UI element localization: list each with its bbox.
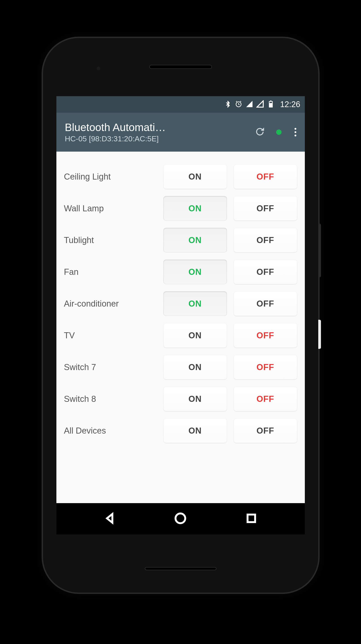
device-label: Tublight xyxy=(64,236,163,245)
off-button[interactable]: OFF xyxy=(234,260,297,284)
device-label: Fan xyxy=(64,267,163,277)
device-label: Switch 7 xyxy=(64,362,163,372)
on-button[interactable]: ON xyxy=(163,228,227,252)
off-button[interactable]: OFF xyxy=(234,291,297,316)
device-label: TV xyxy=(64,331,163,340)
svg-rect-5 xyxy=(247,514,255,522)
device-label: Switch 8 xyxy=(64,394,163,404)
front-camera xyxy=(97,67,100,70)
refresh-icon[interactable] xyxy=(254,126,265,138)
off-button[interactable]: OFF xyxy=(234,164,297,189)
nav-home-icon[interactable] xyxy=(174,512,187,526)
navigation-bar xyxy=(56,503,305,534)
device-label: Air-conditioner xyxy=(64,299,163,308)
app-bar-actions xyxy=(250,126,298,138)
alarm-icon xyxy=(235,100,242,109)
off-button[interactable]: OFF xyxy=(234,386,297,411)
device-label: Wall Lamp xyxy=(64,204,163,213)
power-button xyxy=(318,320,321,349)
device-row: FanONOFF xyxy=(64,260,297,284)
device-row: Switch 7ONOFF xyxy=(64,355,297,380)
app-subtitle: HC-05 [98:D3:31:20:AC:5E] xyxy=(65,134,250,143)
app-bar: Bluetooth Automati… HC-05 [98:D3:31:20:A… xyxy=(56,113,305,152)
off-button[interactable]: OFF xyxy=(234,228,297,252)
status-time: 12:26 xyxy=(280,100,300,109)
on-button[interactable]: ON xyxy=(163,291,227,316)
on-button[interactable]: ON xyxy=(163,323,227,348)
device-row: All DevicesONOFF xyxy=(64,418,297,443)
device-label: All Devices xyxy=(64,426,163,436)
phone-frame: 12:26 Bluetooth Automati… HC-05 [98:D3:3… xyxy=(43,38,318,592)
device-row: Ceiling LightONOFF xyxy=(64,164,297,189)
device-row: TublightONOFF xyxy=(64,228,297,253)
speaker-slot xyxy=(149,65,212,69)
svg-rect-2 xyxy=(269,103,272,107)
on-button[interactable]: ON xyxy=(163,260,227,284)
signal-empty-icon xyxy=(256,100,264,109)
nav-back-icon[interactable] xyxy=(103,512,116,526)
svg-rect-3 xyxy=(270,100,272,101)
screen: 12:26 Bluetooth Automati… HC-05 [98:D3:3… xyxy=(56,96,305,534)
status-bar: 12:26 xyxy=(56,96,305,113)
bottom-speaker-slot xyxy=(145,567,216,570)
nav-recent-icon[interactable] xyxy=(245,512,258,526)
app-bar-titles: Bluetooth Automati… HC-05 [98:D3:31:20:A… xyxy=(65,121,250,143)
on-button[interactable]: ON xyxy=(163,164,227,189)
off-button[interactable]: OFF xyxy=(234,323,297,348)
svg-point-4 xyxy=(176,514,186,523)
device-row: Wall LampONOFF xyxy=(64,196,297,221)
off-button[interactable]: OFF xyxy=(234,418,297,443)
device-row: TVONOFF xyxy=(64,323,297,348)
device-label: Ceiling Light xyxy=(64,172,163,182)
device-row: Switch 8ONOFF xyxy=(64,386,297,412)
on-button[interactable]: ON xyxy=(163,355,227,380)
connection-status-dot xyxy=(276,130,281,135)
bluetooth-icon xyxy=(224,100,232,109)
off-button[interactable]: OFF xyxy=(234,355,297,380)
app-title: Bluetooth Automati… xyxy=(65,121,250,134)
device-list: Ceiling LightONOFFWall LampONOFFTublight… xyxy=(56,152,305,503)
volume-button xyxy=(318,224,321,277)
on-button[interactable]: ON xyxy=(163,196,227,221)
off-button[interactable]: OFF xyxy=(234,196,297,221)
device-row: Air-conditionerONOFF xyxy=(64,291,297,316)
on-button[interactable]: ON xyxy=(163,386,227,411)
overflow-menu-icon[interactable] xyxy=(292,126,298,138)
signal-full-icon xyxy=(245,100,253,109)
on-button[interactable]: ON xyxy=(163,418,227,443)
battery-icon xyxy=(267,100,275,109)
